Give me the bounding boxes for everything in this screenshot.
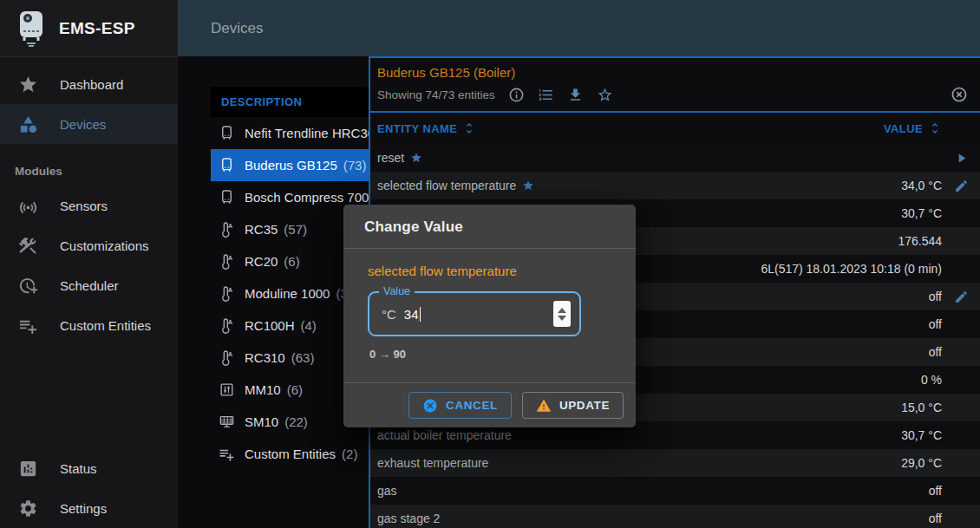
svg-text:A: A — [228, 254, 233, 262]
entity-name: selected flow temperature — [377, 179, 516, 192]
sidebar-item-icon — [18, 196, 38, 216]
device-type-icon — [219, 414, 235, 430]
appbar: Devices — [178, 0, 980, 56]
entity-value: off — [929, 345, 942, 359]
favorites-filter-star-icon[interactable] — [597, 87, 613, 103]
entity-value: 176.544 — [898, 234, 942, 248]
dialog-body: selected flow temperature Value °C 34 0 … — [343, 249, 636, 382]
sidebar-item[interactable]: Custom Entities — [0, 305, 178, 345]
dialog-entity-label: selected flow temperature — [368, 264, 611, 278]
app-title: EMS-ESP — [59, 19, 135, 38]
page-title: Devices — [211, 20, 263, 37]
stepper-up-icon[interactable] — [558, 308, 566, 313]
device-name: Moduline 1000 — [245, 286, 330, 301]
sidebar-item[interactable]: Dashboard — [0, 64, 178, 104]
download-icon[interactable] — [567, 87, 584, 103]
entity-row[interactable]: exhaust temperature 29,0 °C — [370, 449, 980, 477]
sidebar-item-icon — [18, 114, 38, 134]
value-input-label: Value — [379, 285, 415, 297]
sidebar-item-label: Scheduler — [60, 278, 119, 293]
device-type-icon — [219, 446, 235, 462]
boiler-logo-icon — [16, 10, 47, 48]
entity-name: exhaust temperature — [377, 456, 488, 470]
update-button[interactable]: UPDATE — [522, 392, 624, 419]
sidebar-item[interactable]: Customizations — [0, 225, 178, 265]
sidebar-item-icon — [18, 459, 38, 479]
svg-text:A: A — [228, 318, 233, 326]
sidebar-item-icon — [18, 236, 38, 256]
app-logo-row: EMS-ESP — [0, 0, 178, 57]
cancel-button[interactable]: CANCEL — [408, 392, 512, 419]
sort-entity-name-icon[interactable] — [462, 121, 476, 135]
list-view-icon[interactable] — [538, 87, 554, 103]
stepper-down-icon[interactable] — [558, 316, 566, 321]
svg-text:A: A — [228, 286, 233, 294]
entity-row[interactable]: gas off — [370, 477, 980, 505]
device-type-icon: A — [219, 253, 235, 270]
device-entity-count: (4) — [301, 318, 317, 333]
entity-row[interactable]: gas stage 2 off — [370, 505, 980, 528]
device-type-icon — [219, 157, 235, 173]
sidebar-item[interactable]: Sensors — [0, 186, 178, 225]
device-entity-count: (6) — [284, 254, 299, 269]
close-icon[interactable] — [951, 86, 968, 103]
sidebar-item-label: Status — [60, 461, 97, 476]
device-type-icon: A — [219, 317, 235, 334]
info-icon[interactable] — [508, 87, 525, 103]
entity-name: gas — [377, 484, 397, 498]
device-entity-count: (73) — [343, 158, 367, 173]
entity-panel-header: Buderus GB125 (Boiler) Showing 74/73 ent… — [370, 58, 980, 113]
sidebar: EMS-ESP Dashboard Devices Modules Sensor… — [0, 0, 178, 528]
device-entity-count: (2) — [342, 447, 357, 461]
device-type-icon — [219, 125, 235, 141]
device-list-header: DESCRIPTION — [211, 87, 369, 117]
value-input[interactable]: Value °C 34 — [368, 291, 581, 336]
sidebar-item[interactable]: Status — [0, 448, 178, 488]
dialog-header: Change Value — [343, 205, 636, 249]
entity-value: off — [929, 290, 942, 303]
value-range-hint: 0 → 90 — [369, 348, 611, 361]
entity-value: 30,7 °C — [901, 428, 942, 442]
warning-icon — [536, 398, 552, 414]
sidebar-item-icon — [18, 276, 38, 296]
entity-action-icon[interactable] — [942, 179, 980, 193]
device-name: RC35 — [245, 222, 278, 237]
entity-value: off — [929, 512, 942, 525]
entity-action-icon[interactable] — [942, 151, 980, 166]
sidebar-item-label: Sensors — [60, 199, 108, 213]
entity-row[interactable]: reset — [370, 144, 980, 172]
dialog-title: Change Value — [364, 218, 463, 235]
device-name: Bosch Compress 7000i — [245, 190, 379, 205]
number-stepper[interactable] — [553, 301, 571, 327]
sidebar-item-label: Customizations — [60, 238, 149, 253]
entity-value: off — [929, 484, 942, 498]
column-value: VALUE — [884, 122, 923, 135]
device-type-icon — [219, 189, 235, 205]
entity-value: 6L(517) 18.01.2023 10:18 (0 min) — [761, 262, 942, 276]
device-entity-count: (63) — [291, 350, 315, 365]
device-name: Buderus GB125 — [245, 158, 337, 173]
sidebar-item[interactable]: Devices — [0, 104, 178, 144]
entity-row[interactable]: selected flow temperature 34,0 °C — [370, 172, 980, 199]
favorite-star-icon — [522, 179, 534, 192]
update-button-label: UPDATE — [559, 399, 610, 412]
sidebar-item-label: Settings — [60, 501, 107, 516]
device-name: RC20 — [245, 254, 278, 269]
modules-section-header: Modules — [15, 165, 62, 178]
sidebar-nav-modules: Sensors Customizations Scheduler Custom … — [0, 186, 178, 345]
entity-name: actual boiler temperature — [377, 428, 512, 442]
device-entity-count: (57) — [284, 222, 307, 237]
svg-text:A: A — [228, 350, 233, 358]
entity-value: 0 % — [921, 373, 942, 387]
entity-panel-toolbar: Showing 74/73 entities — [377, 86, 971, 103]
sidebar-item[interactable]: Scheduler — [0, 265, 178, 305]
column-entity-name: ENTITY NAME — [377, 122, 457, 135]
sort-value-icon[interactable] — [928, 121, 942, 135]
entity-value: 30,7 °C — [901, 206, 942, 220]
sidebar-item-label: Dashboard — [60, 77, 123, 92]
cancel-button-label: CANCEL — [446, 399, 498, 412]
ems-esp-app: EMS-ESP Dashboard Devices Modules Sensor… — [0, 0, 980, 528]
sidebar-item[interactable]: Settings — [0, 488, 178, 528]
entity-action-icon[interactable] — [942, 290, 980, 304]
entity-panel-title: Buderus GB125 (Boiler) — [377, 65, 971, 80]
